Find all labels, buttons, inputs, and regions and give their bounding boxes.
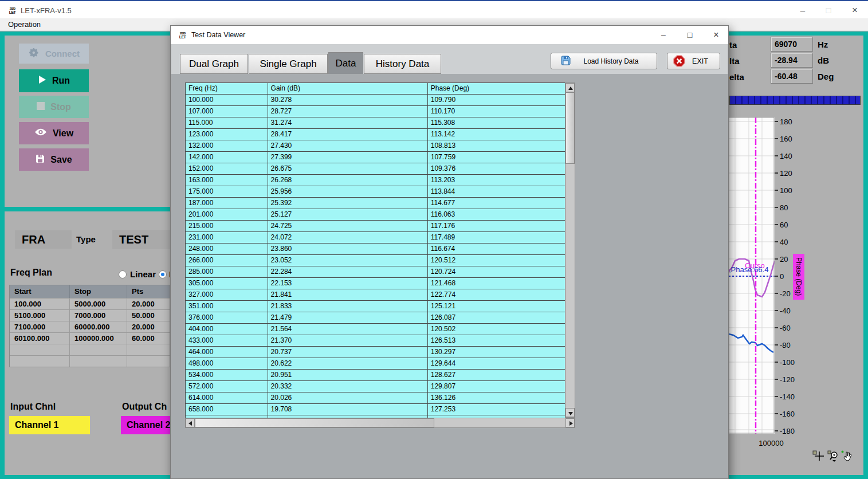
scroll-down-arrow[interactable] — [565, 408, 575, 417]
connect-button[interactable]: Connect — [19, 44, 89, 64]
table-row[interactable]: 572.000 20.332 129.807 — [186, 381, 565, 392]
table-row[interactable]: 248.000 23.860 116.674 — [186, 244, 565, 255]
delta-freq-unit: Hz — [818, 40, 828, 49]
pan-hand-tool-icon[interactable] — [841, 450, 854, 462]
freq-plan-row[interactable]: 100.000 5000.000 20.000 — [10, 298, 170, 309]
zoom-tool-icon[interactable] — [827, 450, 840, 462]
stop-button[interactable]: Stop — [19, 96, 89, 118]
horizontal-scrollbar[interactable] — [185, 418, 575, 428]
dialog-minimize-button[interactable]: – — [653, 28, 674, 42]
scroll-left-arrow[interactable] — [186, 418, 195, 427]
scroll-thumb-vertical[interactable] — [565, 92, 575, 164]
y-tick: 100 — [775, 186, 803, 194]
table-row[interactable]: 187.000 25.392 114.677 — [186, 198, 565, 209]
vertical-scrollbar[interactable] — [565, 83, 575, 418]
table-row[interactable]: 100.000 30.278 109.790 — [186, 95, 565, 106]
freq-plan-table[interactable]: Start Stop Pts 100.000 5000.000 20.000 5… — [9, 285, 170, 367]
freq-plan-row[interactable]: 60100.000 100000.000 60.000 — [10, 332, 170, 344]
table-row[interactable]: 464.000 20.737 130.297 — [186, 347, 565, 358]
radio-linear-circle[interactable] — [119, 270, 127, 278]
teal-left-border — [0, 32, 5, 479]
y-tick: 140 — [775, 152, 803, 160]
data-table-header: Freq (Hz) Gain (dB) Phase (Deg) — [186, 83, 565, 95]
test-data-viewer-dialog: 2020LET Test Data Viewer – □ × Dual Grap… — [170, 25, 729, 479]
table-row[interactable]: 376.000 21.479 126.087 — [186, 312, 565, 324]
y-tick: -140 — [775, 392, 803, 401]
y-tick: -60 — [775, 324, 803, 332]
freq-plan-row[interactable] — [10, 344, 170, 355]
close-button[interactable]: × — [846, 3, 863, 18]
y-tick: 180 — [775, 117, 803, 125]
table-row[interactable]: 658.000 19.708 127.253 — [186, 404, 565, 415]
dialog-maximize-button[interactable]: □ — [679, 28, 701, 42]
table-row[interactable]: 142.000 27.399 107.759 — [186, 152, 565, 163]
output-channel-label: Output Ch — [122, 402, 167, 412]
y-tick: 80 — [775, 203, 803, 211]
scroll-thumb-horizontal[interactable] — [195, 418, 434, 427]
table-row[interactable]: 215.000 24.725 117.176 — [186, 221, 565, 232]
table-row[interactable]: 231.000 24.072 117.489 — [186, 232, 565, 244]
tab-dual-graph[interactable]: Dual Graph — [180, 54, 248, 74]
data-table-body[interactable]: 100.000 30.278 109.790 107.000 28.727 11… — [186, 95, 565, 418]
freq-plan-row[interactable]: 5100.000 7000.000 50.000 — [10, 309, 170, 321]
y-tick: -120 — [775, 375, 803, 383]
dialog-icon: 2020LET — [178, 30, 187, 40]
table-row[interactable]: 266.000 23.052 120.512 — [186, 255, 565, 266]
load-history-data-button[interactable]: Load History Data — [551, 53, 657, 69]
table-row[interactable]: 305.000 22.153 121.468 — [186, 278, 565, 289]
play-icon — [38, 75, 46, 87]
table-row[interactable]: 351.000 21.833 125.121 — [186, 301, 565, 312]
radio-log-circle[interactable] — [159, 270, 167, 278]
stop-icon — [37, 102, 45, 112]
table-row[interactable]: 163.000 26.268 113.203 — [186, 175, 565, 186]
table-row[interactable]: 115.000 31.274 115.308 — [186, 117, 565, 129]
progress-bar — [729, 96, 861, 105]
phase-graph-plot[interactable] — [729, 117, 775, 434]
type-value-box[interactable]: TEST — [112, 230, 172, 249]
y-tick: -40 — [775, 307, 803, 315]
table-row[interactable]: 132.000 27.430 108.813 — [186, 140, 565, 152]
scroll-right-arrow[interactable] — [565, 418, 575, 427]
maximize-button[interactable]: □ — [820, 3, 837, 18]
scroll-up-arrow[interactable] — [565, 83, 575, 92]
radio-linear[interactable]: Linear — [119, 269, 156, 279]
delta-freq-value: 69070 — [771, 37, 813, 52]
exit-button[interactable]: EXIT — [667, 53, 720, 69]
table-row[interactable]: 123.000 28.417 113.142 — [186, 129, 565, 140]
table-row[interactable]: 534.000 20.951 128.627 — [186, 370, 565, 381]
teal-right-border — [863, 32, 868, 479]
freq-plan-header: Start Stop Pts — [10, 285, 170, 298]
freq-plan-row[interactable] — [10, 355, 170, 367]
table-row[interactable]: 433.000 21.370 126.513 — [186, 335, 565, 347]
table-row[interactable]: 285.000 22.284 120.724 — [186, 266, 565, 278]
table-row[interactable]: 327.000 21.841 122.774 — [186, 289, 565, 301]
y-tick: 120 — [775, 169, 803, 177]
run-button[interactable]: Run — [19, 69, 89, 92]
dialog-titlebar: 2020LET Test Data Viewer – □ × — [171, 26, 728, 44]
table-row[interactable]: 201.000 25.127 116.063 — [186, 209, 565, 221]
freq-plan-row[interactable]: 7100.000 60000.000 20.000 — [10, 321, 170, 332]
save-button[interactable]: Save — [19, 148, 89, 171]
delta-phase-unit: Deg — [818, 72, 834, 81]
tab-single-graph[interactable]: Single Graph — [249, 54, 328, 74]
table-row[interactable]: 152.000 26.675 109.376 — [186, 163, 565, 175]
table-row[interactable]: 107.000 28.727 110.170 — [186, 106, 565, 117]
table-row[interactable]: 404.000 21.564 120.502 — [186, 324, 565, 335]
menu-operation[interactable]: Operation — [5, 19, 44, 29]
crosshair-tool-icon[interactable] — [812, 450, 825, 462]
minimize-button[interactable]: – — [794, 3, 811, 18]
tab-data[interactable]: Data — [328, 52, 363, 74]
input-channel-selector[interactable]: Channel 1 — [9, 416, 90, 434]
table-row[interactable]: 614.000 20.026 136.126 — [186, 392, 565, 404]
table-row[interactable]: 175.000 25.956 113.844 — [186, 186, 565, 198]
tab-history-data[interactable]: History Data — [364, 54, 441, 74]
y-tick: 60 — [775, 221, 803, 229]
y-tick: 160 — [775, 135, 803, 143]
view-button[interactable]: View — [19, 122, 89, 144]
fra-mode-box[interactable]: FRA — [15, 230, 72, 249]
y-tick: -80 — [775, 341, 803, 349]
dialog-close-button[interactable]: × — [705, 28, 727, 42]
exit-x-icon — [673, 55, 685, 67]
output-channel-selector[interactable]: Channel 2 — [121, 416, 172, 434]
table-row[interactable]: 498.000 20.622 129.644 — [186, 358, 565, 370]
